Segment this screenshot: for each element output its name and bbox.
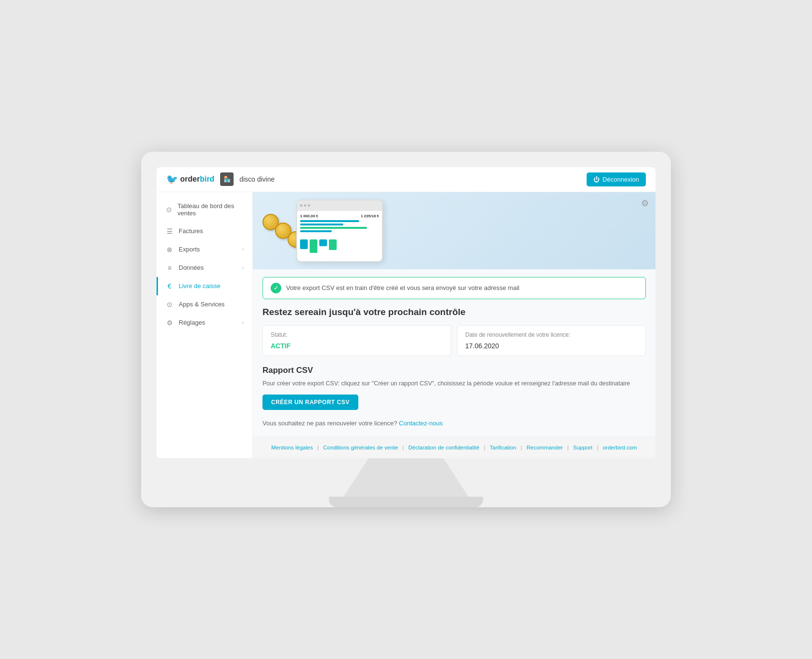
csv-button[interactable]: CRÉER UN RAPPORT CSV <box>262 395 358 410</box>
mini-bar-2 <box>310 239 317 253</box>
logout-button[interactable]: ⏻ Déconnexion <box>587 172 646 186</box>
tablet-mini-bars <box>300 239 379 253</box>
sidebar-item-reglages[interactable]: ⚙ Réglages › <box>157 314 252 332</box>
tablet-amount-1: 1 000,00 € <box>300 214 318 218</box>
tablet-bar-3 <box>300 230 332 232</box>
page-title: Restez sereain jusqu'à votre prochain co… <box>262 307 646 317</box>
status-box: Statut: ACTIF <box>262 325 451 356</box>
tablet-illustration: 1 000,00 € 1 235/18 € <box>296 199 383 262</box>
rapport-desc: Pour créer votre export CSV: cliquez sur… <box>262 379 646 388</box>
footer-link-cgv[interactable]: Conditions générales de vente <box>323 445 398 450</box>
date-box: Date de renouvellement de votre licence:… <box>457 325 646 356</box>
sidebar-item-tableau[interactable]: ⊙ Tableau de bord des ventes <box>157 197 252 222</box>
tablet-bar-2 <box>300 224 343 225</box>
tablet-dot-2 <box>304 204 306 207</box>
tablet-header <box>297 200 382 211</box>
settings-gear-icon[interactable]: ⚙ <box>641 198 649 209</box>
footer-link-tarification[interactable]: Tarification <box>490 445 516 450</box>
logo: 🐦 orderbird <box>166 173 214 185</box>
donnees-icon: ≡ <box>165 264 174 272</box>
check-icon: ✓ <box>271 283 281 293</box>
footer-sep-2: | <box>403 445 406 450</box>
footer-sep-6: | <box>597 445 600 450</box>
tablet-dot-1 <box>300 204 302 207</box>
sidebar-label-factures: Factures <box>179 227 203 235</box>
footer-sep-4: | <box>521 445 524 450</box>
tablet-dot-3 <box>308 204 310 207</box>
tablet-bar-1 <box>300 220 359 222</box>
sidebar-label-tableau: Tableau de bord des ventes <box>178 202 244 217</box>
banner: 1 000,00 € 1 235/18 € <box>253 192 655 269</box>
exports-icon: ⊗ <box>165 246 174 253</box>
date-label: Date de renouvellement de votre licence: <box>465 331 638 338</box>
notification-bar: ✓ Votre export CSV est en train d'être c… <box>262 277 646 299</box>
contact-text: Vous souhaitez ne pas renouveler votre l… <box>262 420 397 427</box>
main-content: 1 000,00 € 1 235/18 € <box>253 192 655 459</box>
factures-icon: ☰ <box>165 227 174 235</box>
footer-sep-3: | <box>484 445 487 450</box>
venue-icon: 🏪 <box>220 172 234 186</box>
notification-message: Votre export CSV est en train d'être cré… <box>286 284 519 291</box>
footer-link-recommander[interactable]: Recommander <box>526 445 563 450</box>
sidebar-label-reglages: Réglages <box>179 319 205 326</box>
contact-section: Vous souhaitez ne pas renouveler votre l… <box>262 420 646 427</box>
tablet-amount-2: 1 235/18 € <box>361 214 379 218</box>
apps-icon: ⊙ <box>165 301 174 308</box>
main-layout: ⊙ Tableau de bord des ventes ☰ Factures … <box>157 192 655 459</box>
sidebar-label-apps: Apps & Services <box>179 301 224 308</box>
dashboard-icon: ⊙ <box>165 206 173 213</box>
info-grid: Statut: ACTIF Date de renouvellement de … <box>262 325 646 356</box>
footer-link-confidentialite[interactable]: Déclaration de confidentialité <box>408 445 480 450</box>
sidebar-label-exports: Exports <box>179 246 200 253</box>
mini-bar-1 <box>300 239 308 249</box>
footer: Mentions légales | Conditions générales … <box>253 436 655 458</box>
sidebar-item-livre[interactable]: € Livre de caisse <box>157 277 252 295</box>
sidebar-label-livre: Livre de caisse <box>179 282 221 290</box>
sidebar-item-donnees[interactable]: ≡ Données › <box>157 259 252 277</box>
footer-sep-5: | <box>567 445 570 450</box>
chevron-right-icon: › <box>242 247 244 252</box>
footer-link-mentions[interactable]: Mentions légales <box>271 445 313 450</box>
tablet-body: 1 000,00 € 1 235/18 € <box>297 211 382 261</box>
logo-text: orderbird <box>180 175 214 184</box>
status-value: ACTIF <box>271 342 443 350</box>
mini-bar-4 <box>329 239 337 250</box>
monitor-base <box>329 497 483 507</box>
csv-button-label: CRÉER UN RAPPORT CSV <box>271 399 350 406</box>
sidebar: ⊙ Tableau de bord des ventes ☰ Factures … <box>157 192 253 459</box>
topbar: 🐦 orderbird 🏪 disco divine ⏻ Déconnexion <box>157 167 655 192</box>
venue-name: disco divine <box>239 175 275 183</box>
logo-bird-icon: 🐦 <box>166 173 178 185</box>
sidebar-label-donnees: Données <box>179 264 204 271</box>
sidebar-item-factures[interactable]: ☰ Factures <box>157 222 252 240</box>
footer-sep-1: | <box>317 445 320 450</box>
footer-link-support[interactable]: Support <box>573 445 592 450</box>
sidebar-item-exports[interactable]: ⊗ Exports › <box>157 240 252 259</box>
power-icon: ⏻ <box>593 176 600 183</box>
chevron-right-icon: › <box>242 320 244 325</box>
tablet-bar-green-1 <box>300 227 367 229</box>
date-value: 17.06.2020 <box>465 342 638 350</box>
chevron-right-icon: › <box>242 265 244 270</box>
tablet-row-1: 1 000,00 € 1 235/18 € <box>300 214 379 218</box>
status-label: Statut: <box>271 331 443 338</box>
main-section: Restez sereain jusqu'à votre prochain co… <box>262 307 646 427</box>
mini-bar-3 <box>319 239 327 246</box>
livre-icon: € <box>165 282 174 290</box>
sidebar-item-apps[interactable]: ⊙ Apps & Services <box>157 295 252 314</box>
topbar-left: 🐦 orderbird 🏪 disco divine <box>166 172 275 186</box>
contact-link[interactable]: Contactez-nous <box>399 420 443 427</box>
footer-link-orderbird[interactable]: orderbird.com <box>603 445 637 450</box>
settings-icon: ⚙ <box>165 319 174 327</box>
rapport-title: Rapport CSV <box>262 366 646 375</box>
monitor-stand <box>343 458 469 497</box>
